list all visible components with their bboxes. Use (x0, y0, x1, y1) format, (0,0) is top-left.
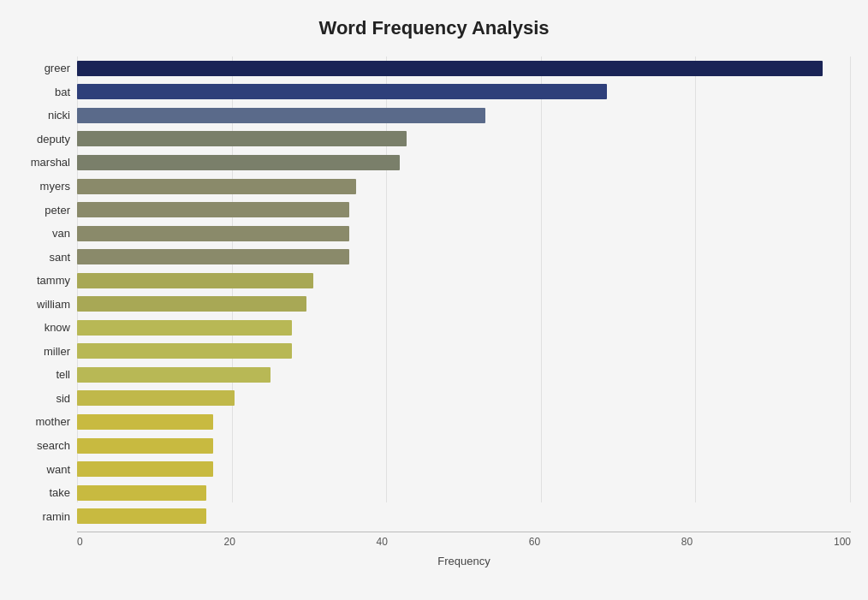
chart-container: Word Frequency Analysis greerbatnickidep… (0, 0, 868, 600)
bar-row (77, 106, 851, 125)
x-axis-label: Frequency (77, 555, 851, 567)
x-tick-label: 40 (377, 536, 388, 548)
bar (77, 179, 356, 194)
y-label: miller (44, 346, 70, 357)
bar-row (77, 82, 851, 101)
bar-row (77, 294, 851, 313)
bar (77, 414, 213, 430)
bar (77, 343, 292, 359)
y-label: deputy (37, 134, 70, 145)
bar (77, 202, 349, 217)
bar-row (77, 389, 851, 407)
x-tick-label: 60 (529, 536, 540, 548)
y-label: sant (49, 252, 70, 263)
bar-row (77, 318, 851, 337)
y-labels: greerbatnickideputymarshalmyerspetervans… (17, 56, 77, 528)
y-label: tell (56, 369, 70, 380)
bar (77, 273, 313, 288)
x-tick-label: 20 (223, 536, 235, 548)
x-axis: 020406080100 (77, 532, 851, 548)
bar (77, 226, 349, 241)
bars-grid (77, 56, 851, 528)
bar (77, 61, 823, 76)
chart-title: Word Frequency Analysis (17, 17, 851, 39)
y-label: nicki (48, 110, 70, 121)
bar-row (77, 507, 851, 526)
bar-row (77, 153, 851, 172)
bar (77, 367, 271, 383)
y-label: search (37, 440, 70, 451)
x-tick-label: 0 (77, 536, 83, 548)
y-label: van (52, 228, 70, 239)
bar-row (77, 224, 851, 243)
bar-row (77, 460, 851, 478)
y-label: greer (45, 62, 70, 74)
y-label: william (37, 299, 70, 310)
bar-row (77, 271, 851, 290)
x-tick-label: 100 (834, 536, 851, 548)
y-label: bat (55, 86, 70, 98)
bar-row (77, 129, 851, 148)
bar-row (77, 365, 851, 384)
bar (77, 131, 407, 146)
bar (77, 155, 400, 170)
y-label: know (45, 322, 70, 333)
bar-row (77, 200, 851, 219)
bar-row (77, 413, 851, 431)
bar (77, 84, 607, 99)
y-label: myers (40, 181, 70, 192)
bar-row (77, 247, 851, 266)
bar (77, 461, 213, 477)
y-label: want (47, 464, 70, 475)
bar (77, 320, 292, 336)
y-label: marshal (31, 157, 70, 168)
bar-row (77, 342, 851, 360)
bar-row (77, 177, 851, 196)
y-label: peter (45, 205, 70, 216)
y-label: mother (36, 416, 70, 427)
y-label: take (49, 487, 70, 498)
bar (77, 249, 349, 264)
bar (77, 390, 235, 406)
bar (77, 508, 206, 524)
bar (77, 108, 485, 123)
y-label: ramin (42, 511, 70, 522)
y-label: sid (56, 393, 70, 404)
bar-row (77, 484, 851, 502)
y-label: tammy (37, 275, 70, 286)
bar (77, 296, 306, 312)
x-tick-label: 80 (681, 536, 693, 548)
bar (77, 438, 213, 454)
bar (77, 485, 206, 501)
chart-area: greerbatnickideputymarshalmyerspetervans… (17, 56, 851, 528)
bar-row (77, 59, 851, 78)
bar-row (77, 437, 851, 455)
